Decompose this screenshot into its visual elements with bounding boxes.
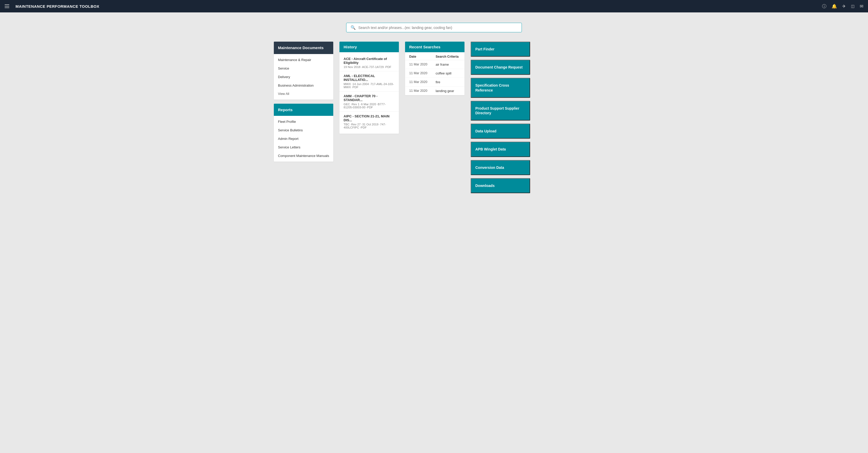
maintenance-docs-card: Maintenance Documents Maintenance & Repa…	[274, 41, 333, 100]
downloads-button[interactable]: Downloads	[471, 178, 530, 193]
hamburger-menu[interactable]	[5, 4, 9, 8]
recent-criteria-1: coffee spill	[431, 69, 464, 78]
history-entry-3[interactable]: AIPC - SECTION 21-21, MAIN DIS... TBC ·R…	[339, 112, 399, 132]
recent-searches-table: Date Search Criteria 11 Mar 2020 air fra…	[405, 52, 464, 95]
apb-winglet-data-button[interactable]: APB Winglet Data	[471, 142, 530, 157]
recent-criteria-2: fire	[431, 78, 464, 87]
recent-row-3[interactable]: 11 Mar 2020 landing gear	[405, 87, 464, 95]
history-entry-0[interactable]: ACE - Aircraft Certificate of Eligibilit…	[339, 54, 399, 72]
component-maintenance-item[interactable]: Component Maintenance Manuals	[274, 151, 333, 160]
date-column-header: Date	[405, 52, 431, 60]
recent-date-0: 11 Mar 2020	[405, 60, 431, 69]
recent-searches-card: Recent Searches Date Search Criteria 11 …	[405, 41, 464, 95]
recent-date-2: 11 Mar 2020	[405, 78, 431, 87]
service-bulletins-item[interactable]: Service Bulletins	[274, 126, 333, 135]
help-icon[interactable]: ⓘ	[822, 3, 827, 9]
history-entry-title-0: ACE - Aircraft Certificate of Eligibilit…	[344, 57, 395, 65]
criteria-column-header: Search Criteria	[431, 52, 464, 60]
history-entry-title-3: AIPC - SECTION 21-21, MAIN DIS...	[344, 114, 395, 122]
grid-icon[interactable]: ◫	[851, 4, 855, 8]
chat-icon[interactable]: ✉	[860, 4, 863, 9]
reports-body: Fleet Profile Service Bulletins Admin Re…	[274, 116, 333, 162]
specification-cross-reference-button[interactable]: Specification Cross Reference	[471, 78, 530, 97]
recent-date-3: 11 Mar 2020	[405, 87, 431, 95]
topnav: MAINTENANCE PERFORMANCE TOOLBOX ⓘ 🔔 ✈ ◫ …	[0, 0, 868, 12]
maintenance-docs-header: Maintenance Documents	[274, 41, 333, 54]
history-entry-title-2: AMM - CHAPTER 70 - STANDAR...	[344, 94, 395, 102]
part-finder-button[interactable]: Part Finder	[471, 41, 530, 57]
reports-header: Reports	[274, 104, 333, 116]
document-change-request-button[interactable]: Document Change Request	[471, 60, 530, 75]
history-entry-2[interactable]: AMM - CHAPTER 70 - STANDAR... GEC ·Rev 1…	[339, 91, 399, 112]
delivery-item[interactable]: Delivery	[274, 73, 333, 81]
recent-searches-header: Recent Searches	[405, 41, 464, 52]
history-entry-meta-0: 19 Nov 2018 ·ACE-737-1A729 ·PDF	[344, 65, 395, 68]
maintenance-repair-item[interactable]: Maintenance & Repair	[274, 56, 333, 64]
dashboard-grid: Maintenance Documents Maintenance & Repa…	[274, 41, 594, 193]
admin-report-item[interactable]: Admin Report	[274, 135, 333, 143]
search-icon: 🔍	[350, 25, 356, 30]
service-item[interactable]: Service	[274, 64, 333, 73]
recent-row-2[interactable]: 11 Mar 2020 fire	[405, 78, 464, 87]
recent-criteria-0: air frame	[431, 60, 464, 69]
search-bar: 🔍	[346, 23, 522, 32]
view-all-item[interactable]: View All	[274, 90, 333, 98]
history-entry-title-1: AML - ELECTRICAL INSTALLATIO...	[344, 74, 395, 82]
left-column: Maintenance Documents Maintenance & Repa…	[274, 41, 333, 162]
conversion-data-button[interactable]: Conversion Data	[471, 160, 530, 175]
app-title: MAINTENANCE PERFORMANCE TOOLBOX	[16, 4, 818, 8]
fleet-profile-item[interactable]: Fleet Profile	[274, 117, 333, 126]
topnav-icons: ⓘ 🔔 ✈ ◫ ✉	[822, 3, 863, 9]
history-entry-meta-3: TBC ·Rev 27 ·31 Oct 2019 ·747-400LCFIPC …	[344, 123, 395, 129]
product-support-supplier-directory-button[interactable]: Product Support Supplier Directory	[471, 101, 530, 120]
plane-icon[interactable]: ✈	[842, 4, 846, 9]
service-letters-item[interactable]: Service Letters	[274, 143, 333, 151]
history-entry-meta-1: MWX ·14 Jun 2004 ·717-AML-24-103-MWX ·PD…	[344, 83, 395, 89]
recent-row-1[interactable]: 11 Mar 2020 coffee spill	[405, 69, 464, 78]
history-entries: ACE - Aircraft Certificate of Eligibilit…	[339, 52, 399, 134]
search-section: 🔍	[274, 23, 594, 32]
data-upload-button[interactable]: Data Upload	[471, 123, 530, 139]
recent-criteria-3: landing gear	[431, 87, 464, 95]
bell-icon[interactable]: 🔔	[832, 4, 837, 9]
recent-row-0[interactable]: 11 Mar 2020 air frame	[405, 60, 464, 69]
history-header: History	[339, 41, 399, 52]
history-card: History ACE - Aircraft Certificate of El…	[339, 41, 399, 134]
main-content: 🔍 Maintenance Documents Maintenance & Re…	[253, 12, 615, 203]
business-admin-item[interactable]: Business Administration	[274, 81, 333, 90]
history-entry-meta-2: GEC ·Rev 1 ·6 Mar 2020 ·B777-81205-03003…	[344, 103, 395, 109]
maintenance-docs-body: Maintenance & Repair Service Delivery Bu…	[274, 54, 333, 100]
quick-links-column: Part Finder Document Change Request Spec…	[471, 41, 530, 193]
history-entry-1[interactable]: AML - ELECTRICAL INSTALLATIO... MWX ·14 …	[339, 72, 399, 91]
reports-card: Reports Fleet Profile Service Bulletins …	[274, 104, 333, 162]
recent-date-1: 11 Mar 2020	[405, 69, 431, 78]
search-input[interactable]	[358, 26, 518, 30]
